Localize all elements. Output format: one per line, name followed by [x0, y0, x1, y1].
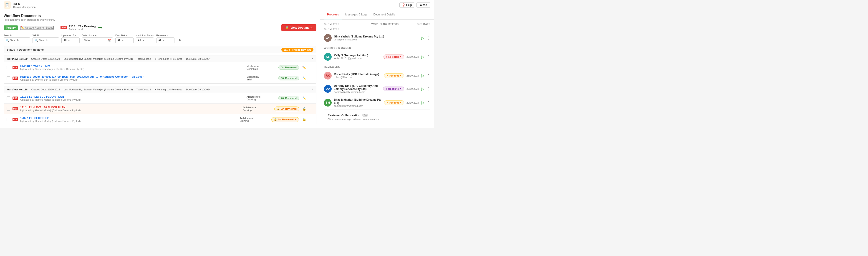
lock-row-button2[interactable]: 🔒: [301, 117, 307, 122]
submitter-avatar: GY: [324, 34, 332, 42]
collapse-button[interactable]: ∧: [312, 88, 313, 91]
doc-type: ArchitecturalDrawing: [243, 106, 272, 112]
review-badge: 0/4 Reviewed: [278, 76, 299, 80]
reviewer-status-rk[interactable]: ● Pending ▼: [384, 73, 404, 78]
reviewer-more-button-bm[interactable]: ⋮: [427, 101, 430, 105]
wf-total-docs: Total Docs: 2: [136, 58, 151, 60]
reviewer-row-rk: RK Robert Kelly (2BK Internal Linings) r…: [324, 70, 430, 82]
reviewer-email-rk: robert@2bk.com: [334, 76, 382, 79]
workflow-owner-status[interactable]: ● Rejected ▼: [383, 54, 404, 59]
more-row-button[interactable]: ⋮: [308, 96, 313, 100]
more-row-button[interactable]: ⋮: [308, 76, 313, 80]
chevron-down-icon4: ▼: [163, 39, 165, 42]
tab-progress[interactable]: Progress: [324, 10, 342, 19]
uploaded-by-label: Uploaded By: [61, 34, 80, 37]
view-document-button[interactable]: 🔒 View Document: [281, 24, 316, 31]
pdf-tag: PDF: [12, 107, 18, 110]
doc-name[interactable]: 1113 : T1 - LEVEL 9 FLOOR PLAN: [20, 95, 244, 98]
reviewers-label: Reviewers: [156, 34, 175, 37]
date-updated-label: Date Updated: [82, 34, 113, 37]
search-input[interactable]: [10, 39, 28, 42]
app-module: Design Management: [13, 6, 36, 8]
wf-no-input[interactable]: [39, 39, 57, 42]
reviewer-status-bm[interactable]: ● Pending ▼: [384, 100, 404, 105]
workflow-status-select[interactable]: All ▼: [136, 37, 154, 43]
reviewer-avatar-dd: DD: [324, 85, 332, 93]
reviewer-due-date-rk: 28/10/2024: [406, 74, 419, 77]
doc-uploader: Uploaded by Hamed Mortaji (Buildme Dream…: [20, 120, 237, 122]
row-checkbox[interactable]: [7, 76, 10, 80]
reviewer-send-button-dd[interactable]: ▷: [421, 86, 425, 91]
workflow-owner-avatar: KS: [324, 53, 332, 61]
workflow-owner-send-button[interactable]: ▷: [421, 54, 425, 59]
wf-last-updated: Last Updated By: Sameer Maharjan (Buildm…: [64, 88, 133, 91]
more-row-button[interactable]: ⋮: [308, 107, 313, 111]
edit-icon: ✏️: [21, 26, 24, 29]
reviewer-status-dd[interactable]: ● Obsolete ▼: [383, 86, 404, 91]
reviewer-due-date-bm: 29/10/2024: [406, 101, 419, 104]
search-icon: 🔍: [6, 39, 9, 42]
doc-uploader: Uploaded by Lynnett Sun (Buildme Dreams …: [20, 78, 244, 81]
uploaded-by-select[interactable]: All ▼: [61, 37, 80, 43]
edit-row-button[interactable]: ✏️: [301, 76, 307, 80]
review-badge: 🔒 2/4 Reviewed: [274, 107, 299, 111]
chevron-down-icon2: ▼: [122, 39, 124, 42]
reviewer-send-button-bm[interactable]: ▷: [421, 100, 425, 105]
right-panel: Progress Messages & Logs Document Detail…: [320, 10, 434, 128]
reviewer-row-dd: DD Dorothy Dino (SPL Carpentry And Joine…: [324, 82, 430, 96]
row-checkbox[interactable]: [7, 96, 10, 100]
edit-row-button[interactable]: ✏️: [301, 96, 307, 100]
collab-description[interactable]: Click here to manage reviewer communicat…: [328, 118, 427, 121]
workflow-status-col-header: Workflow Status: [371, 23, 399, 26]
table-row: PDF RED-top_cover_40-0053817_00_BOM_part…: [4, 73, 316, 83]
reviewer-send-button-rk[interactable]: ▷: [421, 73, 425, 78]
help-button[interactable]: ❓ Help: [399, 2, 414, 8]
date-updated-input[interactable]: [84, 39, 107, 42]
reviewers-select[interactable]: All ▼: [156, 37, 175, 43]
workflow-owner-due-date: 29/10/2024: [406, 56, 419, 58]
app-id: 14-6: [13, 2, 36, 6]
wf-created: Created Date: 12/12/2024: [31, 58, 60, 60]
row-checkbox[interactable]: [7, 107, 10, 111]
chevron-down-icon3: ▼: [142, 39, 145, 42]
reviewer-more-button-rk[interactable]: ⋮: [427, 74, 430, 78]
doc-name[interactable]: CN208178WW : 2 - Test: [20, 65, 244, 68]
doc-uploader: Uploaded by Hamed Mortaji (Buildme Dream…: [20, 109, 240, 112]
reviewer-row-bm: BM Bkas Maharjan (Buildme Dreams Pty Ltd…: [324, 96, 430, 110]
review-badge-dropdown[interactable]: 🔒 1/4 Reviewed ▼: [271, 117, 299, 122]
refresh-button[interactable]: ↻: [177, 37, 183, 43]
workflow-owner-name: Kelly S (Tommys Painting): [334, 54, 381, 57]
review-badge: 2/4 Reviewed: [278, 96, 299, 100]
submitter-send-button[interactable]: ▷: [421, 35, 425, 40]
lock-row-button[interactable]: 🔒: [301, 107, 307, 111]
submitter-email: gina@commnia.com: [334, 38, 419, 41]
table-row: PDF 1202 : T1 - SECTION B Uploaded by Ha…: [4, 114, 316, 125]
chevron-down-icon9: ▼: [400, 102, 402, 104]
workflow-owner-row: KS Kelly S (Tommys Painting) kelly.s7810…: [324, 51, 430, 63]
doc-status-select[interactable]: All ▼: [115, 37, 133, 43]
reviewer-more-button-dd[interactable]: ⋮: [427, 87, 430, 91]
doc-name[interactable]: RED-top_cover_40-0053817_00_BOM_part_202…: [20, 75, 244, 78]
workflow-owner-label: Workflow Owner: [324, 46, 430, 49]
chevron-down-icon8: ▼: [400, 88, 402, 90]
tab-document-details[interactable]: Document Details: [370, 10, 398, 19]
collapse-button[interactable]: ∧: [312, 57, 313, 60]
workflow-status-label: Workflow Status: [136, 34, 154, 37]
doc-type: ArchitecturalDrawing: [240, 117, 269, 122]
update-register-button[interactable]: ✏️ Update Register Status: [20, 26, 54, 30]
doc-name[interactable]: 1202 : T1 - SECTION B: [20, 116, 237, 120]
chevron-down-icon: ▼: [68, 39, 70, 42]
submitter-more-button[interactable]: ⋮: [427, 36, 430, 40]
more-row-button[interactable]: ⋮: [308, 65, 313, 70]
edit-row-button[interactable]: ✏️: [301, 65, 307, 70]
table-row: PDF 1113 : T1 - LEVEL 9 FLOOR PLAN Uploa…: [4, 93, 316, 104]
doc-status-label: Doc Status: [115, 34, 133, 37]
close-button[interactable]: Close: [416, 2, 430, 8]
row-checkbox[interactable]: [7, 66, 10, 69]
review-badge: 0/4 Reviewed: [278, 65, 299, 70]
tab-messages-logs[interactable]: Messages & Logs: [342, 10, 370, 19]
row-checkbox[interactable]: [7, 118, 10, 121]
more-row-button[interactable]: ⋮: [308, 117, 313, 122]
doc-name[interactable]: 1114 : T1 - LEVEL 10 FLOOR PLAN: [20, 106, 240, 109]
workflow-owner-more-button[interactable]: ⋮: [427, 55, 430, 59]
